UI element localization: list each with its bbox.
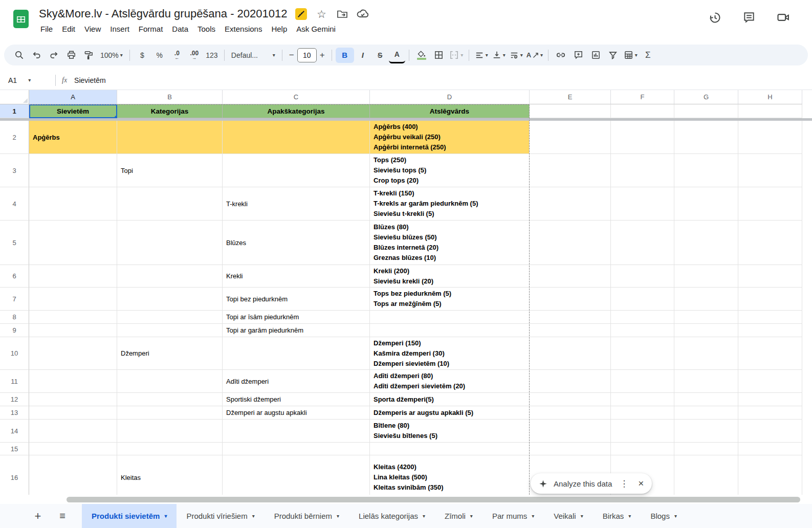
tab-dropdown-icon[interactable]: ▾ (628, 514, 631, 519)
cell[interactable] (530, 265, 611, 288)
sheet-tab-produkti-berniem[interactable]: Produkti bērniem▾ (265, 504, 349, 528)
zoom-select[interactable]: 100%▾ (97, 48, 126, 63)
cell[interactable]: T-krekli (223, 187, 370, 221)
undo-icon[interactable] (28, 48, 45, 63)
cell[interactable] (738, 221, 802, 265)
cell[interactable] (117, 324, 223, 337)
row-header[interactable]: 9 (0, 324, 29, 337)
cell[interactable] (611, 324, 674, 337)
cell[interactable] (117, 221, 223, 265)
font-size-input[interactable]: 10 (297, 48, 317, 62)
cell[interactable] (674, 420, 738, 443)
video-call-icon[interactable] (776, 10, 791, 25)
row-header[interactable]: 13 (0, 406, 29, 420)
cell[interactable] (530, 370, 611, 393)
bold-button[interactable]: B (336, 48, 354, 63)
sheet-tab-produkti-sievietem[interactable]: Produkti sievietēm▾ (82, 504, 177, 528)
cell[interactable] (29, 370, 117, 393)
cell[interactable] (117, 265, 223, 288)
functions-button[interactable]: Σ (639, 48, 656, 63)
cell[interactable] (117, 288, 223, 311)
cell[interactable]: Sportiski džemperi (223, 393, 370, 406)
cell[interactable] (611, 443, 674, 455)
cell[interactable] (611, 393, 674, 406)
menu-extensions[interactable]: Extensions (220, 23, 267, 35)
row-header[interactable]: 14 (0, 420, 29, 443)
cell[interactable]: Topi bez piedurknēm (223, 288, 370, 311)
cell[interactable] (738, 154, 802, 187)
paint-format-icon[interactable] (80, 48, 97, 63)
cell[interactable] (223, 455, 370, 495)
text-wrap-button[interactable]: ▾ (508, 48, 525, 63)
cell[interactable] (29, 311, 117, 324)
cell[interactable]: Krekli (223, 265, 370, 288)
print-icon[interactable] (62, 48, 80, 63)
cell[interactable]: Apģērbs (29, 121, 117, 154)
tab-dropdown-icon[interactable]: ▾ (423, 514, 425, 519)
cell[interactable] (29, 455, 117, 495)
column-header-h[interactable]: H (738, 90, 802, 104)
insert-chart-icon[interactable] (587, 48, 604, 63)
tab-dropdown-icon[interactable]: ▾ (674, 514, 677, 519)
row-header[interactable]: 2 (0, 121, 29, 154)
cell[interactable] (530, 406, 611, 420)
tab-dropdown-icon[interactable]: ▾ (581, 514, 583, 519)
cell[interactable] (611, 311, 674, 324)
cell[interactable]: Sporta džemperi(5) (370, 393, 530, 406)
cell[interactable] (29, 406, 117, 420)
cell[interactable] (29, 420, 117, 443)
cell[interactable]: Tops (250) Sieviešu tops (5) Crop tops (… (370, 154, 530, 187)
insert-link-icon[interactable] (552, 48, 569, 63)
cell[interactable] (674, 265, 738, 288)
cell[interactable] (29, 393, 117, 406)
format-currency-button[interactable]: $ (134, 48, 151, 63)
cell[interactable] (530, 187, 611, 221)
cell[interactable] (530, 337, 611, 370)
row-header[interactable]: 11 (0, 370, 29, 393)
cell[interactable] (611, 265, 674, 288)
cell[interactable] (530, 121, 611, 154)
menu-edit[interactable]: Edit (57, 23, 80, 35)
cell[interactable] (29, 443, 117, 455)
text-color-button[interactable]: A (389, 47, 405, 63)
cell[interactable] (530, 443, 611, 455)
column-header-c[interactable]: C (223, 90, 370, 104)
yellow-ruler-badge-icon[interactable] (295, 7, 308, 20)
cell[interactable] (530, 324, 611, 337)
cell[interactable] (674, 324, 738, 337)
cell[interactable] (530, 311, 611, 324)
cell[interactable] (611, 288, 674, 311)
move-folder-icon[interactable] (336, 7, 349, 20)
cell[interactable]: T-krekli (150) T-krekls ar garām piedurk… (370, 187, 530, 221)
cell[interactable] (674, 187, 738, 221)
cell[interactable] (117, 443, 223, 455)
cell[interactable]: Tops bez piedurknēm (5) Tops ar mežģīnēm… (370, 288, 530, 311)
cell[interactable] (611, 104, 674, 118)
cell[interactable] (117, 311, 223, 324)
cell[interactable] (611, 221, 674, 265)
menu-file[interactable]: File (36, 23, 57, 35)
row-header[interactable]: 7 (0, 288, 29, 311)
cell[interactable] (674, 288, 738, 311)
cell-a1-selected[interactable]: Sievietēm (29, 104, 117, 118)
sheet-tab-veikali[interactable]: Veikali▾ (544, 504, 592, 528)
analyze-data-label[interactable]: Analyze this data (554, 479, 612, 488)
cell[interactable] (738, 420, 802, 443)
cell[interactable] (370, 443, 530, 455)
more-formats-button[interactable]: 123 (203, 48, 221, 63)
menu-ask-gemini[interactable]: Ask Gemini (292, 23, 340, 35)
cell[interactable] (674, 154, 738, 187)
sheet-tab-produkti-viriesiem[interactable]: Produkti vīriešiem▾ (177, 504, 264, 528)
row-header[interactable]: 10 (0, 337, 29, 370)
cell[interactable] (738, 324, 802, 337)
cell[interactable] (117, 121, 223, 154)
cell[interactable]: Apģērbs (400) Apģērbu veikali (250) Apģē… (370, 121, 530, 154)
row-header[interactable]: 1 (0, 104, 29, 118)
column-header-b[interactable]: B (117, 90, 223, 104)
cell[interactable]: Džemperis ar augstu apkakli (5) (370, 406, 530, 420)
row-header[interactable]: 8 (0, 311, 29, 324)
cell[interactable] (738, 104, 802, 118)
redo-icon[interactable] (45, 48, 62, 63)
sheet-tab-birkas[interactable]: Birkas▾ (593, 504, 641, 528)
italic-button[interactable]: I (354, 48, 371, 63)
